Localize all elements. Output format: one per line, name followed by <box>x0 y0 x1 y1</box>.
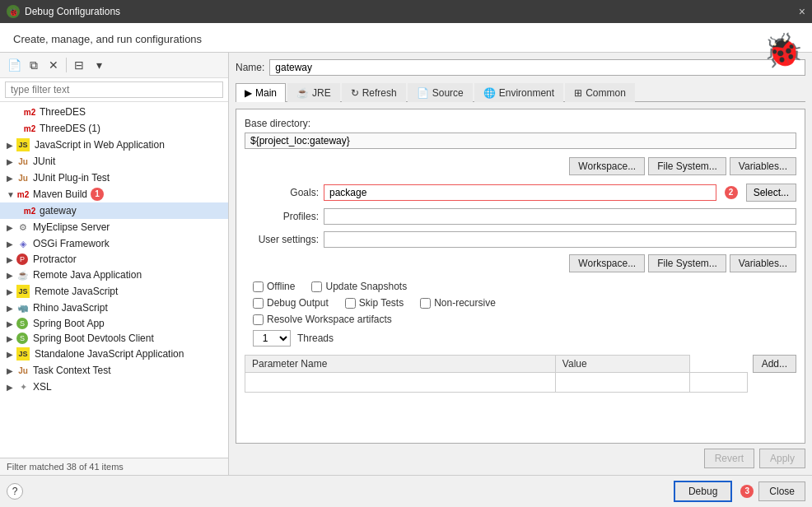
close-window-button[interactable]: × <box>799 5 805 18</box>
offline-checkbox[interactable] <box>253 281 264 292</box>
new-config-button[interactable]: 📄 <box>5 56 23 74</box>
skip-tests-checkbox[interactable] <box>345 298 356 309</box>
checkbox-row-3: Resolve Workspace artifacts <box>245 314 796 325</box>
tab-common[interactable]: ⊞ Common <box>565 83 635 102</box>
tab-jre[interactable]: ☕ JRE <box>287 83 340 102</box>
threads-input[interactable] <box>254 331 277 346</box>
param-name-col-header: Parameter Name <box>245 356 556 373</box>
goals-label: Goals: <box>245 187 319 198</box>
dialog-subtitle: Create, manage, and run configurations <box>13 33 799 45</box>
debug-output-checkbox[interactable] <box>253 298 264 309</box>
help-button[interactable]: ? <box>7 483 23 500</box>
update-snapshots-checkbox[interactable] <box>311 281 322 292</box>
expand-arrow: ▶ <box>7 304 16 313</box>
add-param-button[interactable]: Add... <box>753 355 796 373</box>
annotation-3: 3 <box>740 485 754 498</box>
expand-arrow: ▶ <box>7 334 16 343</box>
offline-checkbox-item: Offline <box>253 281 295 292</box>
collapse-all-button[interactable]: ⊟ <box>70 56 88 74</box>
param-action-cell <box>689 373 747 393</box>
tree-item-spring-boot[interactable]: ▶ S Spring Boot App <box>0 316 228 331</box>
non-recursive-checkbox[interactable] <box>420 298 431 309</box>
tree-item-rhino[interactable]: ▶ 🦏 Rhino JavaScript <box>0 300 228 316</box>
bottom-right: Debug 3 Close <box>674 481 805 502</box>
workspace-button-1[interactable]: Workspace... <box>569 157 645 175</box>
resolve-workspace-checkbox[interactable] <box>253 314 264 325</box>
goals-input[interactable] <box>324 184 716 201</box>
tab-refresh[interactable]: ↻ Refresh <box>342 83 406 102</box>
tab-source[interactable]: 📄 Source <box>408 83 473 102</box>
basedir-label: Base directory: <box>245 118 796 129</box>
variables-button-1[interactable]: Variables... <box>730 157 796 175</box>
user-settings-input[interactable] <box>324 231 796 248</box>
expand-arrow: ▶ <box>7 287 16 296</box>
tree-item-threeddes[interactable]: m2 ThreeDES <box>0 104 228 120</box>
tree-item-label: JUnit <box>33 156 55 167</box>
expand-arrow: ▶ <box>7 223 16 232</box>
tree-item-label: Maven Build <box>33 188 87 200</box>
tree-item-standalone-js[interactable]: ▶ JS Standalone JavaScript Application <box>0 346 228 362</box>
bottom-left: ? <box>7 483 23 500</box>
delete-config-button[interactable]: ✕ <box>44 56 63 74</box>
profiles-input[interactable] <box>324 208 796 225</box>
tree-item-js-web[interactable]: ▶ JS JavaScript in Web Application <box>0 137 228 153</box>
gateway-m2-icon: m2 <box>23 204 36 217</box>
param-value-cell <box>555 373 689 393</box>
name-input[interactable] <box>269 59 805 76</box>
left-status: Filter matched 38 of 41 items <box>0 458 228 475</box>
tree-item-label: Remote JavaScript <box>35 286 118 297</box>
tree-item-task-context[interactable]: ▶ Ju Task Context Test <box>0 362 228 379</box>
workspace-button-2[interactable]: Workspace... <box>569 254 645 272</box>
apply-button[interactable]: Apply <box>759 449 805 468</box>
tree-item-xsl[interactable]: ▶ ✦ XSL <box>0 379 228 395</box>
m2-icon: m2 <box>23 105 36 119</box>
basedir-input[interactable] <box>245 133 796 149</box>
protractor-icon: P <box>16 254 28 265</box>
expand-arrow: ▶ <box>7 271 16 280</box>
filter-input[interactable] <box>5 81 223 98</box>
tree-item-label: Standalone JavaScript Application <box>35 348 184 360</box>
close-button[interactable]: Close <box>758 481 805 501</box>
title-bar-left: 🐞 Debug Configurations <box>7 5 120 18</box>
tab-environment[interactable]: 🌐 Environment <box>474 83 563 102</box>
tree-item-myeclipse[interactable]: ▶ ⚙ MyEclipse Server <box>0 219 228 235</box>
revert-button[interactable]: Revert <box>704 449 754 468</box>
annotation-2: 2 <box>725 186 738 199</box>
update-snapshots-label: Update Snapshots <box>325 281 407 292</box>
app-icon: 🐞 <box>7 5 20 18</box>
spring-boot-icon: S <box>16 318 28 329</box>
table-row <box>245 373 748 393</box>
xsl-icon: ✦ <box>16 380 30 393</box>
filter-button[interactable]: ▾ <box>90 56 108 74</box>
tree-item-remote-js[interactable]: ▶ JS Remote JavaScript <box>0 283 228 300</box>
tab-main[interactable]: ▶ Main <box>236 83 286 102</box>
duplicate-config-button[interactable]: ⧉ <box>25 56 43 74</box>
debug-button[interactable]: Debug <box>674 481 732 502</box>
expand-arrow: ▶ <box>7 255 16 264</box>
update-snapshots-checkbox-item: Update Snapshots <box>311 281 407 292</box>
maven-icon: m2 <box>16 188 30 201</box>
tree-item-protractor[interactable]: ▶ P Protractor <box>0 252 228 267</box>
variables-button-2[interactable]: Variables... <box>730 254 796 272</box>
tree-item-spring-devtools[interactable]: ▶ S Spring Boot Devtools Client <box>0 331 228 346</box>
threads-select[interactable]: ▾ <box>277 333 290 344</box>
threads-spinner: ▾ <box>253 330 291 347</box>
resolve-workspace-label: Resolve Workspace artifacts <box>267 314 392 325</box>
goals-select-button[interactable]: Select... <box>746 184 796 202</box>
tree-item-remote-java[interactable]: ▶ ☕ Remote Java Application <box>0 267 228 283</box>
tree-item-junit-plugin[interactable]: ▶ Ju JUnit Plug-in Test <box>0 170 228 186</box>
junit-icon: Ju <box>16 155 30 168</box>
dialog-header: Create, manage, and run configurations <box>0 23 812 53</box>
non-recursive-checkbox-item: Non-recursive <box>420 297 496 309</box>
tree-item-gateway[interactable]: m2 gateway <box>0 202 228 219</box>
spring-devtools-icon: S <box>16 333 28 344</box>
tree-item-osgi[interactable]: ▶ ◈ OSGi Framework <box>0 235 228 252</box>
basedir-btn-row: Workspace... File System... Variables... <box>245 157 796 175</box>
tree-item-label: Protractor <box>33 254 77 265</box>
file-system-button-2[interactable]: File System... <box>648 254 726 272</box>
file-system-button-1[interactable]: File System... <box>648 157 726 175</box>
tree-item-threeddes1[interactable]: m2 ThreeDES (1) <box>0 120 228 137</box>
toolbar-separator <box>66 58 67 72</box>
tree-item-maven-build[interactable]: ▼ m2 Maven Build 1 <box>0 186 228 202</box>
tree-item-junit[interactable]: ▶ Ju JUnit <box>0 153 228 170</box>
